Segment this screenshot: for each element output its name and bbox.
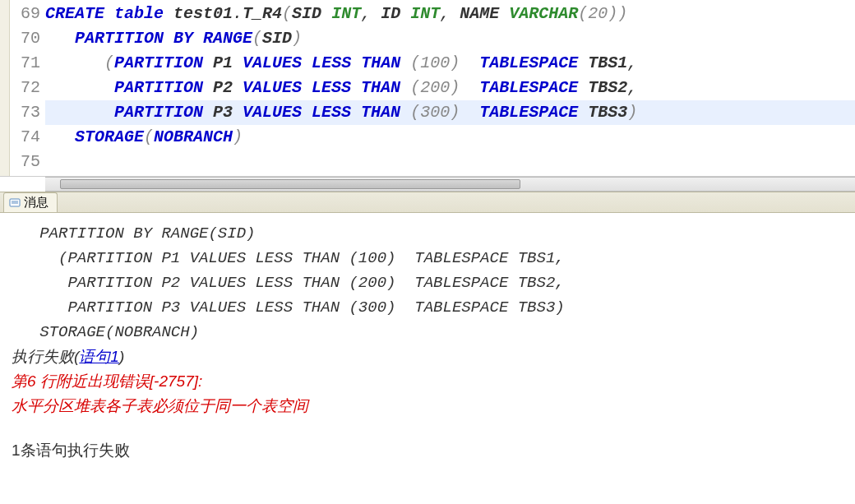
messages-icon bbox=[9, 197, 21, 209]
messages-tab[interactable]: 消息 bbox=[3, 192, 58, 212]
scrollbar-thumb[interactable] bbox=[60, 179, 520, 189]
messages-tab-label: 消息 bbox=[24, 195, 49, 210]
error-line-2: 水平分区堆表各子表必须位于同一个表空间 bbox=[12, 394, 843, 418]
execution-failed-line: 执行失败(语句1) bbox=[12, 344, 843, 369]
editor-horizontal-scrollbar[interactable] bbox=[45, 177, 855, 192]
error-line-1: 第6 行附近出现错误[-2757]: bbox=[12, 369, 843, 394]
output-sql-echo: PARTITION BY RANGE(SID) (PARTITION P1 VA… bbox=[12, 221, 843, 344]
editor-margin bbox=[0, 0, 10, 176]
fail-suffix: ) bbox=[119, 348, 124, 365]
statement-link[interactable]: 语句1 bbox=[79, 348, 119, 365]
fail-prefix: 执行失败( bbox=[12, 348, 79, 365]
code-area[interactable]: CREATE table test01.T_R4(SID INT, ID INT… bbox=[45, 0, 855, 176]
output-panel: PARTITION BY RANGE(SID) (PARTITION P1 VA… bbox=[0, 213, 855, 474]
sql-editor[interactable]: 69707172737475 CREATE table test01.T_R4(… bbox=[0, 0, 855, 177]
execution-summary: 1条语句执行失败 bbox=[12, 438, 843, 463]
output-tabbar: 消息 bbox=[0, 192, 855, 213]
